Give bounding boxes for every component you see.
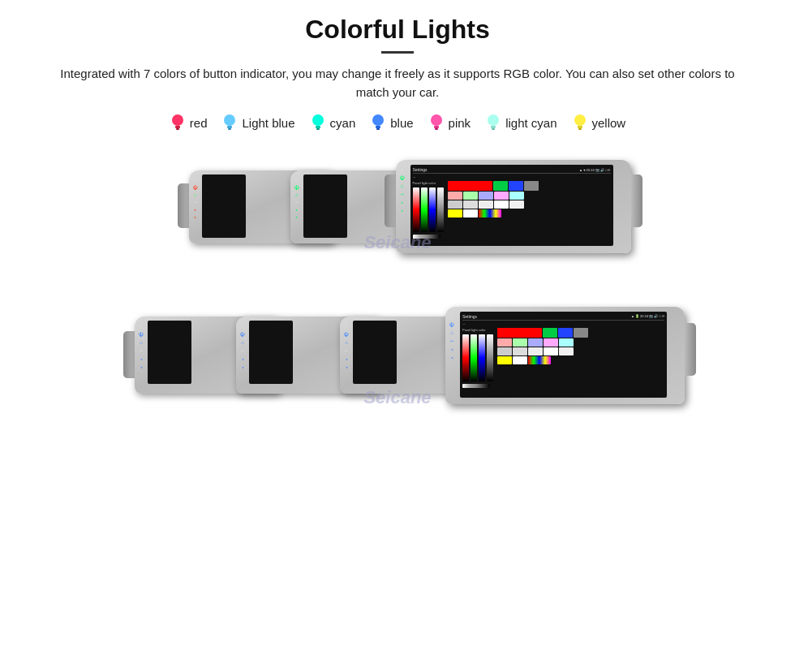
color-label-lightcyan: light cyan (505, 116, 556, 130)
swatch-r2-5 (509, 192, 524, 200)
swatch-r4-1 (448, 209, 462, 218)
dot-6: ⬥ (401, 208, 403, 213)
indicators-7: ⌂ ⏻ ⌂ ↩ ⬥ ⬥ (449, 313, 454, 360)
back-row-2: ← (462, 321, 664, 326)
s2-r3-2 (513, 347, 527, 355)
swatches (448, 181, 539, 239)
power-6: ⏻ (344, 332, 349, 337)
swatch-r3-1 (448, 200, 462, 209)
s2-r2-1 (497, 338, 512, 347)
yellow-bulb-icon (572, 113, 588, 132)
swatch2-small-row-1 (543, 328, 588, 338)
ear-left-4 (123, 331, 135, 378)
svg-rect-19 (578, 126, 582, 128)
color-item-yellow: yellow (572, 113, 626, 132)
home-green-1: ⌂ (194, 192, 197, 197)
swatch-r2-1 (448, 192, 462, 200)
swatch-r4-rainbow (479, 209, 501, 218)
back-7: ↩ (450, 338, 453, 343)
dot-2: ⬥ (194, 214, 196, 219)
dot-3: ⬥ (295, 207, 298, 212)
swatch-row-3 (448, 200, 539, 209)
strip-blue (429, 187, 436, 232)
cyan-bulb-icon (310, 113, 326, 132)
swatch-r2-2 (463, 192, 478, 200)
ear-right-3 (631, 174, 642, 227)
color-item-lightcyan: light cyan (485, 113, 556, 132)
indicators-6: ⌂ ⏻ ⌂ ↩ ⬥ ⬥ (344, 323, 349, 369)
color-label-pink: pink (449, 116, 471, 130)
swatch-r4-2 (463, 209, 478, 218)
back-arrow-icon[interactable]: ← (413, 174, 417, 179)
swatch-blue1 (509, 181, 523, 191)
panel-label-2: Panel light color (462, 328, 493, 332)
svg-rect-13 (434, 126, 439, 128)
brightness-bar-2 (462, 384, 490, 388)
swatch-green1 (493, 181, 508, 191)
svg-rect-4 (227, 126, 232, 128)
s2-r2-5 (559, 338, 574, 347)
svg-point-12 (431, 114, 442, 126)
page-wrapper: Colorful Lights Integrated with 7 colors… (0, 0, 795, 672)
ear-right-7 (685, 323, 696, 376)
indicators-3: ⌂ ⏻ ⌂ ↩ ⬥ ⬥ (400, 166, 405, 213)
color-item-pink: pink (428, 113, 471, 132)
home-5: ⌂ (241, 340, 244, 345)
screen-header: Settings ▲ ♥ 20:24 📷 🔊 □ ⟳ (413, 167, 611, 174)
svg-rect-17 (492, 128, 495, 130)
dot-9: ⬥ (242, 356, 244, 361)
svg-rect-8 (316, 128, 320, 130)
svg-point-3 (224, 114, 235, 126)
devices-section: ⌂ ⏻ ⌂ ↩ ⬥ ⬥ ≡ El (32, 144, 763, 428)
settings-screen-wide: Settings ▲ ♥ 20:24 📷 🔊 □ ⟳ ← Panel light… (410, 165, 613, 246)
svg-rect-11 (376, 128, 380, 130)
s2-r4-1 (497, 356, 512, 364)
power-red-1: ⏻ (193, 185, 198, 190)
indicators-4: ⌂ ⏻ ⌂ ↩ ⬥ ⬥ (139, 323, 144, 369)
s2-r3-5 (559, 347, 574, 355)
svg-rect-14 (435, 128, 438, 130)
color-item-red: red (170, 113, 208, 132)
power-5: ⏻ (240, 332, 245, 337)
color-label-blue: blue (390, 116, 413, 130)
s2-r3-4 (544, 347, 558, 355)
swatch-row2-4 (497, 356, 588, 364)
home-6: ⌂ (345, 340, 348, 345)
swatch-row-2 (448, 192, 539, 200)
s2-r2-2 (513, 338, 527, 347)
home-icon-2: ⌂ (294, 177, 298, 183)
back-2: ↩ (295, 200, 299, 205)
svg-point-15 (488, 114, 499, 126)
strips-2 (462, 334, 493, 381)
title-divider (381, 51, 414, 54)
color-item-blue: blue (370, 113, 413, 132)
back-3: ↩ (401, 192, 404, 196)
svg-rect-2 (176, 128, 179, 130)
panel-label: Panel light color (413, 181, 444, 185)
back-arrow-icon-2[interactable]: ← (462, 321, 466, 326)
device-unit-7-wide: Settings ▲ 🔋 20:24 📷 🔊 □ ⟳ ← Panel light… (445, 307, 685, 404)
palette-left: Panel light color (413, 181, 444, 239)
blue-bulb-icon (370, 113, 386, 132)
dot-12: ⬥ (346, 364, 348, 369)
page-title: Colorful Lights (305, 15, 490, 45)
dot-7: ⬥ (140, 356, 143, 361)
svg-rect-20 (578, 128, 582, 130)
swatch-r2-3 (479, 192, 493, 200)
swatch-row2-1 (497, 328, 588, 338)
device-body-3-wide: Settings ▲ ♥ 20:24 📷 🔊 □ ⟳ ← Panel light… (396, 160, 631, 253)
back-6: ↩ (345, 348, 348, 353)
home-icon-1: ⌂ (193, 177, 196, 183)
s2-r3-3 (528, 347, 543, 355)
dot-8: ⬥ (140, 364, 143, 369)
screen-2 (303, 174, 347, 238)
color-label-red: red (190, 116, 208, 130)
color-item-cyan: cyan (310, 113, 356, 132)
svg-rect-16 (491, 126, 496, 128)
home-green-2: ⌂ (295, 192, 299, 197)
s2-r4-rainbow (528, 356, 551, 364)
swatches-2 (497, 328, 588, 388)
indicators-1: ⌂ ⏻ ⌂ ↩ ⬥ ⬥ (193, 177, 198, 219)
svg-rect-10 (376, 126, 380, 128)
color-label-yellow: yellow (592, 116, 626, 130)
